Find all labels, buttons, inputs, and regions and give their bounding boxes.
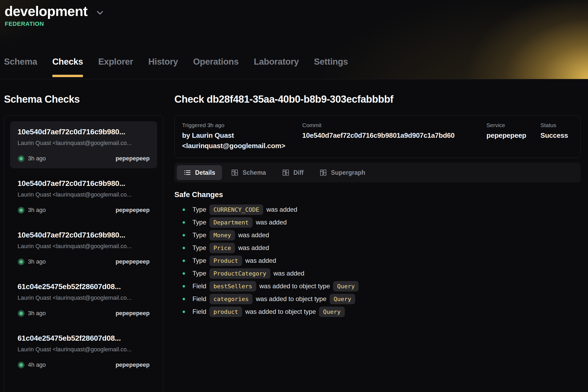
- meta-triggered-line2: <laurinquast@googlemail.com>: [182, 141, 302, 151]
- change-kind: Field: [192, 282, 206, 290]
- view-tab-diff[interactable]: Diff: [275, 165, 310, 180]
- project-title: development: [5, 4, 87, 19]
- check-item-commit: 10e540d7aef72c0d716c9b980...: [18, 231, 150, 239]
- check-list-item[interactable]: 61c04e25475eb52f28607d08...Laurin Quast …: [10, 328, 157, 375]
- change-code-chip: CURRENCY_CODE: [209, 205, 263, 215]
- bullet-icon: [183, 247, 185, 249]
- check-meta-box: Triggered 3h ago by Laurin Quast <laurin…: [174, 115, 581, 158]
- success-dot-icon: [19, 208, 23, 212]
- columns-icon: [282, 169, 289, 176]
- check-item-commit: 10e540d7aef72c0d716c9b980...: [18, 179, 150, 188]
- meta-service-value: pepepepeep: [486, 130, 540, 141]
- change-text: was added: [274, 270, 304, 277]
- check-item-commit: 61c04e25475eb52f28607d08...: [18, 334, 150, 343]
- change-target-chip: Query: [330, 294, 355, 304]
- content: Schema Checks 10e540d7aef72c0d716c9b980.…: [0, 79, 588, 392]
- check-item-service: pepepepeep: [116, 207, 150, 214]
- check-item-time: 3h ago: [28, 310, 46, 317]
- chevron-down-icon[interactable]: [95, 8, 105, 18]
- meta-triggered-line1: by Laurin Quast: [182, 130, 302, 141]
- check-item-meta: 3h agopepepepeep: [18, 258, 150, 265]
- tab-schema[interactable]: Schema: [4, 57, 37, 79]
- view-tab-schema[interactable]: Schema: [224, 165, 273, 180]
- meta-triggered: Triggered 3h ago by Laurin Quast <laurin…: [182, 122, 302, 151]
- change-row: TypeMoneywas added: [174, 229, 581, 241]
- change-row: FieldbestSellerswas added to object type…: [174, 280, 581, 293]
- tab-operations[interactable]: Operations: [193, 57, 239, 79]
- checks-list: 10e540d7aef72c0d716c9b980...Laurin Quast…: [4, 115, 163, 392]
- check-item-meta: 4h agopepepepeep: [18, 361, 150, 368]
- change-row: TypePricewas added: [174, 241, 581, 254]
- bullet-icon: [183, 272, 185, 275]
- check-item-service: pepepepeep: [116, 258, 150, 265]
- bullet-icon: [183, 260, 185, 262]
- change-text: was added to object type: [245, 308, 316, 315]
- change-row: TypeDepartmentwas added: [174, 216, 581, 229]
- check-list-item[interactable]: 10e540d7aef72c0d716c9b980...Laurin Quast…: [10, 121, 157, 168]
- tab-checks[interactable]: Checks: [52, 57, 83, 79]
- change-kind: Type: [192, 270, 206, 277]
- bullet-icon: [183, 311, 185, 313]
- change-kind: Field: [192, 295, 206, 303]
- project-header: development FEDERATION SchemaChecksExplo…: [0, 0, 588, 79]
- check-list-item[interactable]: 61c04e25475eb52f28607d08...Laurin Quast …: [10, 276, 157, 323]
- check-detail: Check db28f481-35aa-40b0-b8b9-303ecfabbb…: [174, 94, 581, 392]
- check-item-time: 3h ago: [28, 207, 46, 214]
- check-item-author: Laurin Quast <laurinquast@googlemail.co.…: [18, 191, 150, 198]
- checks-sidebar: Schema Checks 10e540d7aef72c0d716c9b980.…: [4, 94, 163, 392]
- changes-list: TypeCURRENCY_CODEwas addedTypeDepartment…: [174, 203, 581, 318]
- change-kind: Type: [192, 206, 206, 213]
- check-item-service: pepepepeep: [116, 361, 150, 368]
- view-tabs: DetailsSchemaDiffSupergraph: [174, 163, 581, 182]
- check-item-status: 3h ago: [18, 258, 46, 265]
- tab-explorer[interactable]: Explorer: [98, 57, 133, 79]
- check-item-time: 4h ago: [28, 361, 46, 368]
- check-list-item[interactable]: 10e540d7aef72c0d716c9b980...Laurin Quast…: [10, 173, 157, 220]
- meta-triggered-author: by Laurin Quast <laurinquast@googlemail.…: [182, 130, 302, 151]
- bullet-icon: [183, 234, 185, 236]
- view-tab-label: Details: [195, 169, 215, 176]
- change-target-chip: Query: [319, 307, 345, 317]
- change-kind: Type: [192, 244, 206, 252]
- sidebar-title: Schema Checks: [4, 94, 163, 104]
- check-item-status: 4h ago: [18, 361, 46, 368]
- success-dot-icon: [19, 260, 23, 264]
- main-nav: SchemaChecksExplorerHistoryOperationsLab…: [4, 57, 348, 79]
- meta-service-label: Service: [486, 122, 540, 128]
- check-item-status: 3h ago: [18, 207, 46, 214]
- list-icon: [184, 169, 191, 176]
- change-text: was added to object type: [256, 295, 326, 303]
- check-item-meta: 3h agopepepepeep: [18, 310, 150, 317]
- view-tab-supergraph[interactable]: Supergraph: [313, 165, 372, 180]
- meta-status: Status Success: [540, 122, 573, 151]
- tab-history[interactable]: History: [148, 57, 178, 79]
- bullet-icon: [183, 208, 185, 211]
- check-item-service: pepepepeep: [116, 155, 150, 162]
- check-item-service: pepepepeep: [116, 310, 150, 317]
- change-code-chip: Product: [209, 256, 242, 266]
- tab-settings[interactable]: Settings: [314, 57, 348, 79]
- success-dot-icon: [19, 312, 23, 315]
- view-tab-details[interactable]: Details: [177, 165, 222, 180]
- check-item-status: 3h ago: [18, 155, 46, 162]
- change-code-chip: Price: [209, 243, 235, 253]
- check-item-author: Laurin Quast <laurinquast@googlemail.co.…: [18, 243, 150, 250]
- meta-status-label: Status: [540, 122, 573, 128]
- change-code-chip: Department: [209, 217, 253, 228]
- check-item-time: 3h ago: [28, 155, 46, 162]
- change-text: was added: [245, 257, 276, 264]
- check-item-commit: 10e540d7aef72c0d716c9b980...: [18, 128, 150, 136]
- meta-commit-value: 10e540d7aef72c0d716c9b9801a9d907c1a7bd60: [302, 130, 486, 141]
- check-item-author: Laurin Quast <laurinquast@googlemail.co.…: [18, 140, 150, 147]
- tab-laboratory[interactable]: Laboratory: [254, 57, 299, 79]
- meta-triggered-label: Triggered 3h ago: [182, 122, 302, 128]
- change-target-chip: Query: [333, 281, 359, 291]
- change-text: was added to object type: [259, 282, 330, 290]
- check-item-status: 3h ago: [18, 310, 46, 317]
- check-item-author: Laurin Quast <laurinquast@googlemail.co.…: [18, 346, 150, 353]
- check-list-item[interactable]: 10e540d7aef72c0d716c9b980...Laurin Quast…: [10, 224, 157, 272]
- bullet-icon: [183, 221, 185, 224]
- success-dot-icon: [19, 363, 23, 367]
- check-title: Check db28f481-35aa-40b0-b8b9-303ecfabbb…: [174, 94, 581, 104]
- changes-title: Safe Changes: [174, 190, 581, 199]
